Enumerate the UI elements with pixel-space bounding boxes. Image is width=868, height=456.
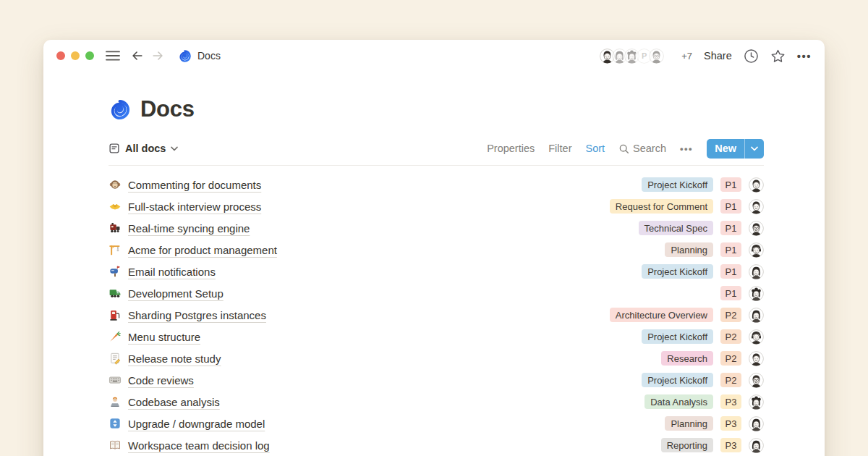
doc-row-meta: Planning P1 [665, 242, 764, 258]
page-title: Docs [140, 96, 195, 122]
window-more-icon[interactable]: ••• [797, 50, 812, 62]
avatar-overflow-count[interactable]: +7 [681, 51, 692, 62]
doc-assignee-avatar[interactable] [749, 394, 764, 410]
doc-tag[interactable]: Planning [665, 416, 713, 431]
doc-emoji-icon [109, 221, 122, 235]
doc-title-link[interactable]: Acme for product management [128, 244, 277, 256]
doc-assignee-avatar[interactable] [749, 221, 764, 236]
doc-title-link[interactable]: Menu structure [128, 331, 200, 343]
doc-priority-badge[interactable]: P1 [720, 264, 741, 279]
doc-priority-badge[interactable]: P3 [720, 394, 741, 409]
sort-button[interactable]: Sort [585, 143, 605, 154]
doc-priority-badge[interactable]: P2 [720, 308, 741, 322]
new-button-dropdown[interactable] [744, 139, 764, 159]
doc-row-meta: Project Kickoff P2 [642, 373, 764, 388]
doc-assignee-avatar[interactable] [749, 264, 764, 279]
doc-title-link[interactable]: Code reviews [128, 374, 194, 387]
doc-tag[interactable]: Project Kickoff [642, 373, 713, 387]
doc-assignee-avatar[interactable] [749, 373, 764, 388]
doc-assignee-avatar[interactable] [749, 308, 764, 323]
doc-title-link[interactable]: Codebase analysis [128, 396, 220, 408]
doc-tag[interactable]: Research [661, 351, 713, 366]
doc-title-link[interactable]: Development Setup [128, 287, 224, 300]
doc-row[interactable]: Commenting for documents Project Kickoff… [109, 174, 764, 195]
doc-assignee-avatar[interactable] [749, 177, 764, 193]
doc-tag[interactable]: Technical Spec [639, 221, 713, 235]
doc-tag[interactable]: Project Kickoff [642, 264, 713, 279]
doc-priority-badge[interactable]: P3 [720, 416, 741, 431]
doc-tag[interactable]: Reporting [661, 438, 713, 452]
doc-title-link[interactable]: Commenting for documents [128, 179, 261, 191]
doc-emoji-icon [109, 330, 122, 343]
doc-assignee-avatar[interactable] [749, 329, 764, 345]
doc-row[interactable]: Upgrade / downgrade model Planning P3 [109, 413, 764, 434]
doc-row[interactable]: Sharding Postgres instances Architecture… [109, 304, 764, 326]
favorite-star-icon[interactable] [770, 48, 786, 64]
doc-row[interactable]: Workspace team decision log Reporting P3 [109, 434, 764, 456]
doc-tag[interactable]: Data Analysis [644, 394, 713, 409]
doc-row-meta: P1 [720, 286, 764, 301]
doc-row-meta: Architecture Overview P2 [610, 308, 764, 323]
doc-row-meta: Project Kickoff P2 [642, 329, 764, 345]
doc-title-link[interactable]: Real-time syncing engine [128, 222, 250, 235]
doc-assignee-avatar[interactable] [749, 351, 764, 366]
doc-emoji-icon [109, 439, 122, 452]
new-button-label[interactable]: New [707, 139, 744, 159]
doc-priority-badge[interactable]: P2 [720, 329, 741, 344]
doc-tag[interactable]: Project Kickoff [642, 177, 713, 192]
doc-priority-badge[interactable]: P1 [720, 221, 741, 235]
sidebar-toggle-icon[interactable] [106, 50, 120, 62]
doc-row[interactable]: Release note study Research P2 [109, 347, 764, 369]
minimize-window-button[interactable] [71, 51, 80, 60]
doc-title-link[interactable]: Email notifications [128, 266, 216, 278]
doc-row[interactable]: Email notifications Project Kickoff P1 [109, 261, 764, 282]
view-selector[interactable]: All docs [109, 143, 178, 154]
window-titlebar: Docs P +7 Share ••• [43, 40, 825, 72]
page-header: Docs [109, 96, 764, 122]
close-window-button[interactable] [56, 51, 65, 60]
doc-row[interactable]: Real-time syncing engine Technical Spec … [109, 217, 764, 239]
doc-assignee-avatar[interactable] [749, 242, 764, 258]
doc-priority-badge[interactable]: P3 [720, 438, 741, 452]
doc-assignee-avatar[interactable] [749, 199, 764, 214]
doc-assignee-avatar[interactable] [749, 416, 764, 431]
doc-row-meta: Planning P3 [665, 416, 764, 431]
doc-title-link[interactable]: Workspace team decision log [128, 439, 270, 452]
doc-row[interactable]: Menu structure Project Kickoff P2 [109, 326, 764, 347]
doc-title-link[interactable]: Release note study [128, 352, 221, 365]
back-arrow-icon[interactable] [130, 49, 144, 62]
doc-priority-badge[interactable]: P1 [720, 199, 741, 214]
doc-tag[interactable]: Planning [665, 242, 713, 257]
share-button[interactable]: Share [704, 50, 732, 62]
doc-assignee-avatar[interactable] [749, 286, 764, 301]
doc-priority-badge[interactable]: P1 [720, 177, 741, 192]
updates-clock-icon[interactable] [744, 48, 759, 64]
new-button[interactable]: New [707, 139, 764, 159]
filter-button[interactable]: Filter [548, 143, 571, 154]
doc-tag[interactable]: Request for Comment [610, 199, 713, 214]
doc-row[interactable]: Full-stack interview process Request for… [109, 195, 764, 217]
doc-title-link[interactable]: Upgrade / downgrade model [128, 418, 265, 430]
doc-row[interactable]: Development Setup P1 [109, 282, 764, 304]
traffic-lights [56, 51, 94, 60]
doc-title-link[interactable]: Full-stack interview process [128, 200, 261, 213]
doc-row[interactable]: Codebase analysis Data Analysis P3 [109, 391, 764, 413]
collaborator-avatar[interactable] [647, 47, 665, 65]
doc-tag[interactable]: Project Kickoff [642, 329, 713, 344]
search-label: Search [633, 143, 666, 154]
toolbar-more-icon[interactable]: ••• [680, 143, 693, 154]
doc-row[interactable]: Code reviews Project Kickoff P2 [109, 369, 764, 391]
doc-assignee-avatar[interactable] [749, 438, 764, 453]
doc-title-link[interactable]: Sharding Postgres instances [128, 309, 266, 321]
doc-priority-badge[interactable]: P1 [720, 286, 741, 300]
doc-row-meta: Project Kickoff P1 [642, 264, 764, 279]
doc-row[interactable]: Acme for product management Planning P1 [109, 239, 764, 261]
doc-tag[interactable]: Architecture Overview [610, 308, 713, 322]
doc-priority-badge[interactable]: P1 [720, 242, 741, 257]
forward-arrow-icon[interactable] [151, 49, 165, 62]
zoom-window-button[interactable] [85, 51, 94, 60]
doc-priority-badge[interactable]: P2 [720, 373, 741, 387]
search-button[interactable]: Search [618, 143, 666, 154]
properties-button[interactable]: Properties [487, 143, 535, 154]
doc-priority-badge[interactable]: P2 [720, 351, 741, 366]
